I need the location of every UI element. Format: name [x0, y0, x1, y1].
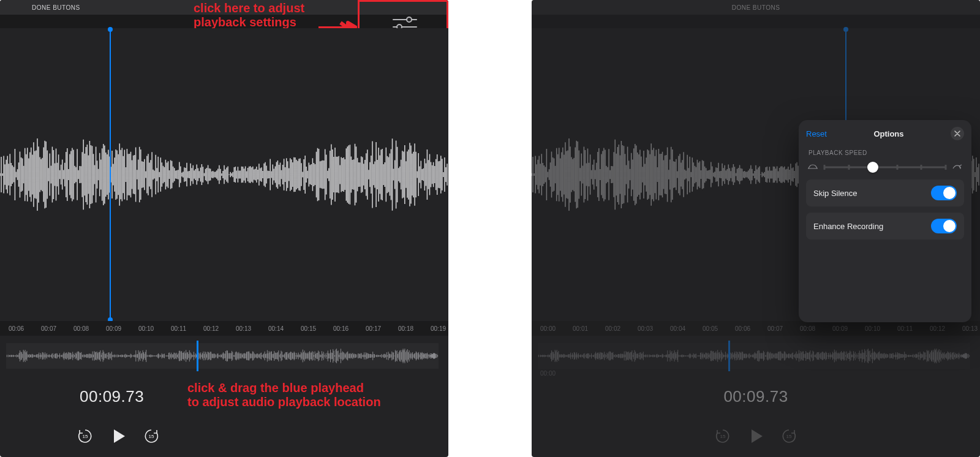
playback-speed-label: PLAYBACK SPEED: [809, 149, 964, 156]
rewind-15-button[interactable]: 15: [77, 428, 93, 444]
ruler-tick: 00:19: [422, 325, 448, 332]
playhead-large[interactable]: [110, 28, 111, 321]
ruler-tick: 00:13: [954, 325, 980, 332]
ruler-tick: 00:10: [856, 325, 889, 332]
waveform-mini-graphic: [6, 343, 439, 369]
svg-text:15: 15: [83, 434, 88, 439]
time-ruler: 00:0000:0100:0200:0300:0400:0500:0600:07…: [532, 321, 980, 336]
done-label[interactable]: DONE BUTONS: [0, 4, 80, 11]
ruler-tick: 00:07: [32, 325, 65, 332]
ruler-tick: 00:07: [759, 325, 791, 332]
ruler-tick: 00:06: [0, 325, 32, 332]
overview-end-time: 00:33: [421, 353, 439, 360]
turtle-icon: [807, 162, 818, 173]
enhance-recording-row: Enhance Recording: [806, 213, 964, 240]
header-strip: [532, 15, 980, 28]
current-time: 00:09.73: [0, 387, 448, 406]
waveform-large[interactable]: [0, 28, 448, 321]
ruler-tick: 00:08: [65, 325, 97, 332]
ruler-tick: 00:13: [227, 325, 260, 332]
ruler-tick: 00:16: [325, 325, 357, 332]
playhead-overview[interactable]: [728, 341, 730, 371]
done-label[interactable]: DONE BUTONS: [532, 4, 980, 11]
options-popover: Reset Options PLAYBACK SPEED: [799, 120, 971, 322]
playhead-overview[interactable]: [197, 341, 198, 371]
play-icon: [109, 427, 127, 445]
forward-15-button[interactable]: 15: [143, 428, 159, 444]
play-icon: [747, 427, 765, 445]
svg-text:15: 15: [149, 434, 154, 439]
close-icon: [954, 130, 960, 137]
ruler-tick: 00:15: [292, 325, 325, 332]
ruler-tick: 00:00: [532, 325, 564, 332]
play-button[interactable]: [109, 427, 127, 445]
ruler-tick: 00:11: [889, 325, 921, 332]
overview-start-time: 00:00: [540, 370, 556, 377]
ruler-tick: 00:14: [260, 325, 292, 332]
waveform-graphic: [0, 119, 448, 230]
svg-text:15: 15: [720, 434, 726, 439]
waveform-overview[interactable]: 00:33 00:00: [6, 343, 439, 369]
playback-controls: 15 15: [0, 424, 448, 448]
time-ruler: 00:0600:0700:0800:0900:1000:1100:1200:13…: [0, 321, 448, 336]
enhance-recording-toggle[interactable]: [931, 219, 957, 233]
ruler-tick: 00:12: [921, 325, 954, 332]
reset-button[interactable]: Reset: [806, 129, 827, 138]
waveform-mini-graphic: [538, 343, 970, 369]
enhance-recording-label: Enhance Recording: [813, 222, 883, 231]
svg-text:15: 15: [786, 434, 792, 439]
ruler-tick: 00:12: [195, 325, 227, 332]
ruler-tick: 00:18: [390, 325, 422, 332]
ruler-tick: 00:09: [824, 325, 856, 332]
skip-silence-toggle[interactable]: [931, 186, 957, 200]
ruler-tick: 00:03: [629, 325, 662, 332]
playback-speed-slider[interactable]: [824, 161, 946, 173]
ruler-tick: 00:02: [597, 325, 629, 332]
skip-silence-row: Skip Silence: [806, 179, 964, 206]
ruler-tick: 00:06: [726, 325, 759, 332]
skip-silence-label: Skip Silence: [813, 189, 858, 198]
close-button[interactable]: [951, 127, 964, 140]
ruler-tick: 00:09: [97, 325, 130, 332]
ruler-tick: 00:05: [694, 325, 726, 332]
playback-controls: 15 15: [532, 424, 980, 448]
forward-15-button[interactable]: 15: [781, 428, 797, 444]
current-time: 00:09.73: [532, 387, 980, 406]
ruler-tick: 00:01: [564, 325, 597, 332]
waveform-overview[interactable]: 00:00: [538, 343, 970, 369]
hare-icon: [952, 162, 963, 173]
ruler-tick: 00:11: [162, 325, 195, 332]
play-button[interactable]: [747, 427, 765, 445]
titlebar: DONE BUTONS: [532, 0, 980, 15]
ruler-tick: 00:17: [357, 325, 390, 332]
ruler-tick: 00:04: [662, 325, 694, 332]
ruler-tick: 00:10: [130, 325, 162, 332]
popover-title: Options: [873, 129, 903, 138]
svg-point-1: [407, 17, 412, 22]
rewind-15-button[interactable]: 15: [715, 428, 731, 444]
ruler-tick: 00:08: [791, 325, 824, 332]
